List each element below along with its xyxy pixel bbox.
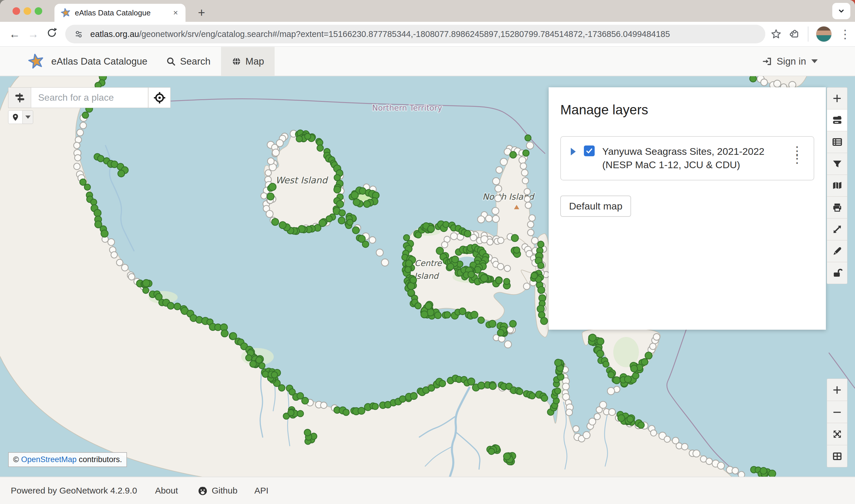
github-icon — [197, 485, 208, 496]
layer-expand-caret-icon[interactable] — [571, 148, 576, 156]
locate-me-button[interactable] — [148, 87, 171, 108]
filter-button[interactable] — [827, 153, 848, 175]
nav-map-label: Map — [245, 56, 264, 67]
reload-icon — [46, 27, 58, 39]
default-map-button[interactable]: Default map — [560, 196, 631, 217]
back-button[interactable]: ← — [5, 28, 24, 40]
site-info-icon[interactable] — [73, 29, 84, 39]
url-bar[interactable]: eatlas.org.au/geonetwork/srv/eng/catalog… — [65, 25, 765, 43]
sign-in-label: Sign in — [777, 56, 806, 67]
plus-icon: + — [833, 91, 841, 106]
marker-tool-button[interactable] — [8, 110, 23, 124]
browser-window: eAtlas Data Catalogue × + ← → e — [0, 0, 855, 504]
tab-close-icon[interactable]: × — [172, 8, 179, 17]
url-text: eatlas.org.au/geonetwork/srv/eng/catalog… — [90, 30, 670, 39]
footer: Powered by GeoNetwork 4.2.9.0 About Gith… — [0, 476, 855, 504]
eatlas-favicon — [61, 8, 70, 17]
svg-text:Northern Territory: Northern Territory — [372, 103, 442, 112]
site-nav: eAtlas Data Catalogue Search Map Sign — [0, 47, 855, 76]
panel-title: Manage layers — [560, 102, 814, 118]
filter-icon — [832, 158, 843, 169]
brand-label: eAtlas Data Catalogue — [51, 56, 147, 67]
maximize-window-button[interactable] — [35, 7, 42, 15]
crosshair-icon — [153, 91, 166, 104]
svg-text:Island: Island — [414, 271, 439, 281]
sign-in-button[interactable]: Sign in — [762, 56, 818, 67]
map-pin-icon — [11, 113, 20, 122]
chevron-down-icon — [836, 6, 846, 16]
plus-icon: + — [833, 382, 841, 397]
nav-search-label: Search — [180, 56, 211, 67]
unlock-icon — [832, 267, 843, 278]
brand[interactable]: eAtlas Data Catalogue — [28, 54, 147, 69]
graticule-button[interactable] — [827, 445, 848, 467]
attribute-table-button[interactable] — [827, 131, 848, 153]
attribution-prefix: © — [13, 455, 21, 464]
eatlas-logo-icon — [28, 54, 44, 69]
layers-filter-button[interactable] — [8, 87, 31, 108]
forward-button[interactable]: → — [24, 28, 42, 40]
nav-search[interactable]: Search — [156, 47, 221, 76]
layer-card: Yanyuwa Seagrass Sites, 2021-2022 (NESP … — [560, 136, 814, 180]
footer-api-link[interactable]: API — [254, 486, 268, 496]
openstreetmap-link[interactable]: OpenStreetMap — [21, 455, 76, 464]
search-icon — [166, 56, 176, 66]
marker-tool-group — [8, 110, 33, 124]
add-layer-button[interactable]: + — [827, 87, 848, 109]
map-icon — [832, 180, 843, 191]
place-search-input[interactable] — [31, 87, 148, 108]
basemap-button[interactable] — [827, 175, 848, 197]
tab-title: eAtlas Data Catalogue — [75, 8, 172, 17]
projection-lock-button[interactable] — [827, 262, 848, 284]
zoom-in-button[interactable]: + — [827, 379, 848, 401]
map-tools-toolbar: + — [827, 87, 848, 284]
layer-visibility-checkbox[interactable] — [584, 145, 595, 156]
place-search-widget — [8, 87, 171, 108]
divider — [808, 26, 808, 42]
sync-extent-button[interactable] — [827, 218, 848, 240]
svg-text:Centre: Centre — [414, 258, 442, 268]
layer-menu-kebab-icon[interactable]: ⋮⋮ — [788, 145, 806, 162]
minus-icon: − — [833, 404, 841, 420]
extensions-icon[interactable] — [789, 29, 800, 40]
close-window-button[interactable] — [13, 7, 20, 15]
profile-avatar[interactable] — [816, 26, 832, 42]
expand-icon — [832, 224, 843, 235]
toolbar-actions: ⋮ — [770, 26, 851, 42]
footer-github-link[interactable]: Github — [197, 485, 237, 496]
signpost-icon — [14, 92, 25, 104]
powered-by-label: Powered by GeoNetwork 4.2.9.0 — [11, 486, 137, 496]
layer-label: Yanyuwa Seagrass Sites, 2021-2022 (NESP … — [602, 145, 788, 172]
print-icon — [832, 202, 843, 213]
map-canvas[interactable]: Northern TerritoryWest IslandNorth Islan… — [0, 76, 855, 476]
minimize-window-button[interactable] — [23, 7, 31, 15]
nav-map-active[interactable]: Map — [221, 47, 275, 76]
manage-layers-button[interactable] — [827, 109, 848, 131]
svg-text:West Island: West Island — [276, 175, 329, 185]
tab-strip: eAtlas Data Catalogue × + — [0, 0, 855, 22]
pencil-icon — [832, 246, 843, 257]
sign-in-caret-icon — [811, 59, 818, 63]
table-icon — [832, 137, 843, 147]
tab-search-button[interactable] — [832, 3, 850, 19]
browser-menu-icon[interactable]: ⋮ — [839, 28, 851, 40]
browser-tab[interactable]: eAtlas Data Catalogue × — [54, 4, 186, 22]
annotate-button[interactable] — [827, 240, 848, 262]
marker-tool-dropdown[interactable] — [23, 110, 33, 124]
print-button[interactable] — [827, 196, 848, 218]
reload-button[interactable] — [42, 27, 61, 41]
url-path: /geonetwork/srv/eng/catalog.search#/map?… — [139, 30, 670, 39]
layers-icon — [832, 115, 843, 126]
sign-in-icon — [762, 56, 772, 67]
zoom-toolbar: + − — [827, 379, 848, 467]
check-icon — [585, 147, 593, 155]
zoom-extent-icon — [832, 429, 843, 440]
footer-about-link[interactable]: About — [155, 486, 178, 496]
zoom-out-button[interactable]: − — [827, 401, 848, 423]
browser-toolbar: ← → eatlas.org.au/geonetwork/srv/eng/cat… — [0, 22, 855, 47]
chevron-down-icon — [25, 115, 31, 119]
bookmark-star-icon[interactable] — [770, 29, 782, 40]
new-tab-button[interactable]: + — [194, 5, 209, 20]
url-domain: eatlas.org.au — [90, 30, 139, 39]
zoom-extent-button[interactable] — [827, 423, 848, 445]
